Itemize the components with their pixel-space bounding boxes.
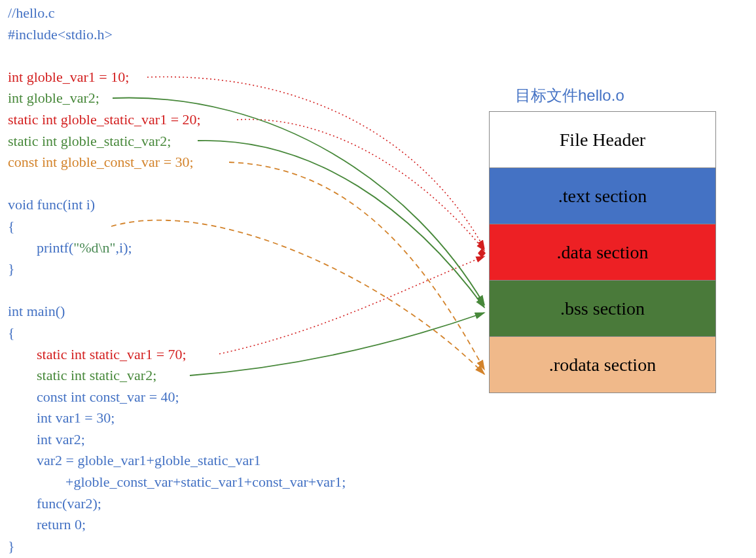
code-line-data: static int globle_static_var1 = 20; [8, 111, 201, 128]
code-line-rodata: const int globle_const_var = 30; [8, 154, 194, 170]
code-line-bss: static int static_var2; [8, 367, 156, 383]
code-line: const int const_var = 40; [8, 389, 179, 405]
code-line-part: printf( [8, 239, 73, 256]
code-line: } [8, 260, 15, 277]
arrow-marker-diamond [478, 249, 486, 258]
code-line-data: static int static_var1 = 70; [8, 346, 187, 362]
object-file-title: 目标文件hello.o [515, 85, 624, 106]
code-line-part: ,i); [116, 239, 132, 256]
source-code: //hello.c #include<stdio.h> int globle_v… [8, 3, 346, 557]
object-file-sections: File Header .text section .data section … [489, 111, 716, 393]
code-line: func(var2); [8, 495, 101, 512]
code-line: { [8, 218, 15, 234]
code-line: int var2; [8, 431, 85, 447]
code-line: { [8, 324, 15, 341]
code-line: } [8, 538, 15, 554]
section-data: .data section [490, 224, 715, 281]
code-line: void func(int i) [8, 196, 95, 213]
code-line: //hello.c [8, 5, 54, 21]
code-line: +globle_const_var+static_var1+const_var+… [8, 474, 346, 490]
code-line-bss: static int globle_static_var2; [8, 133, 171, 149]
code-line-data: int globle_var1 = 10; [8, 69, 129, 85]
section-bss: .bss section [490, 281, 715, 337]
section-rodata: .rodata section [490, 337, 715, 392]
code-line: int main() [8, 303, 65, 319]
code-line: var2 = globle_var1+globle_static_var1 [8, 452, 261, 468]
section-text: .text section [490, 168, 715, 224]
code-string-literal: "%d\n" [73, 239, 115, 256]
code-line-bss: int globle_var2; [8, 90, 99, 106]
code-line: #include<stdio.h> [8, 26, 113, 43]
section-file-header: File Header [490, 112, 715, 168]
code-line: return 0; [8, 516, 86, 532]
code-line: int var1 = 30; [8, 410, 115, 426]
